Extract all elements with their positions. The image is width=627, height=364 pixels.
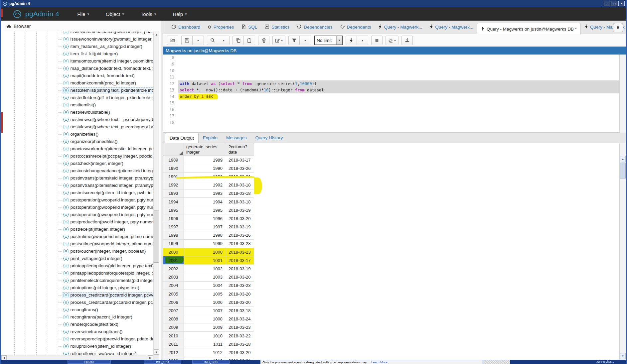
tree-item-function[interactable]: {≡}postproduction(pwoid integer, pqty nu… <box>1 218 153 226</box>
scroll-right-arrow[interactable]: ▶ <box>148 355 153 360</box>
editor-scrollbar[interactable] <box>619 55 626 133</box>
row-number-cell[interactable]: 2004 <box>163 282 184 290</box>
generate-series-cell[interactable]: 1990 <box>184 164 226 173</box>
menu-help[interactable]: Help▾ <box>168 11 191 17</box>
tab-properties[interactable]: ⚙Properties <box>204 20 237 34</box>
tree-item-function[interactable]: {≡}postoperation(pwooperid integer, pqty… <box>1 196 153 204</box>
caret-button[interactable]: ▾ <box>357 36 368 45</box>
generate-series-cell[interactable]: 1007 <box>184 306 226 315</box>
date-cell[interactable]: 2018-03-19 <box>226 223 254 231</box>
generate-series-cell[interactable]: 1994 <box>184 198 226 206</box>
generate-series-cell[interactable]: 1997 <box>184 223 226 231</box>
tab-dependencies[interactable]: Dependencies <box>293 20 336 34</box>
tree-item-function[interactable]: {≡}reverseinvtransnogltrans() <box>1 328 153 335</box>
tree-item-function[interactable]: {≡}printappliedoptionsforquotes(pid inte… <box>1 270 153 277</box>
row-number-cell[interactable]: 2000 <box>163 248 184 256</box>
tree-item-function[interactable]: {≡}itemuomtouom(pitemid integer, puomidf… <box>1 58 153 65</box>
tree-item-function[interactable]: {≡}item_features_as_string(pid integer) <box>1 43 153 50</box>
caret-button[interactable]: ▾ <box>300 36 311 45</box>
row-number-cell[interactable]: 1998 <box>163 231 184 240</box>
generate-series-cell[interactable]: 1008 <box>184 315 226 323</box>
paste-button[interactable] <box>244 36 255 45</box>
tree-item-function[interactable]: {≡}postsutime(pwooperid integer, ptime n… <box>1 240 153 248</box>
menu-file[interactable]: File▾ <box>73 11 94 17</box>
date-cell[interactable]: 2018-03-23 <box>226 248 254 256</box>
row-number-cell[interactable]: 1993 <box>163 189 184 198</box>
tree-item-function[interactable]: {≡}postvoucher(integer, integer, boolean… <box>1 248 153 255</box>
tab-sql[interactable]: SQL <box>237 20 261 34</box>
tree-item-function[interactable]: {≡}nestviewbuildtable() <box>1 109 153 116</box>
row-number-cell[interactable]: 2009 <box>163 323 184 332</box>
caret-button[interactable]: ▾ <box>193 36 204 45</box>
tree-item-function[interactable]: {≡}poactasworkorder(pitemsite_id integer… <box>1 145 153 153</box>
generate-series-cell[interactable]: 1009 <box>184 323 226 332</box>
generate-series-cell[interactable]: 1989 <box>184 156 226 164</box>
minimize-button[interactable]: ─ <box>604 1 610 6</box>
generate-series-cell[interactable]: 1995 <box>184 206 226 214</box>
bolt-dark-button[interactable] <box>346 36 357 45</box>
tab-dependents[interactable]: Dependents <box>336 20 375 34</box>
tree-item-function[interactable]: {≡}nestedfolders(pff_id integer, pxtinde… <box>1 94 153 101</box>
tree-item-function[interactable]: {≡}postreceipt(integer, integer) <box>1 226 153 233</box>
generate-series-cell[interactable]: 1999 <box>184 240 226 248</box>
menu-object[interactable]: Object▾ <box>101 11 129 17</box>
download-button[interactable] <box>401 36 413 45</box>
row-number-cell[interactable]: 1989 <box>163 156 184 164</box>
tree-item-function[interactable]: {≡}postrntime(pwooperid integer, ptime n… <box>1 233 153 240</box>
row-number-cell[interactable]: 2002 <box>163 265 184 273</box>
tree-item-function[interactable]: {≡}postinvtrans(pitemsiteid integer, ptr… <box>1 182 153 189</box>
menu-tools[interactable]: Tools▾ <box>136 11 161 17</box>
row-number-cell[interactable]: 2005 <box>163 290 184 298</box>
sql-editor[interactable]: 89101112with dataset as (select * from g… <box>163 55 626 133</box>
edit-button[interactable]: ▾ <box>272 36 285 45</box>
tree-item-function[interactable]: {≡}nestcitemlist(pstring text, pxtindent… <box>1 87 153 94</box>
row-number-cell[interactable]: 1996 <box>163 214 184 223</box>
tree-item-function[interactable]: {≡}print_voltages(pid integer) <box>1 255 153 262</box>
date-cell[interactable]: 2018-03-26 <box>226 164 254 173</box>
date-cell[interactable]: 2018-03-18 <box>226 181 254 189</box>
tab-dashboard[interactable]: Dashboard <box>168 20 204 34</box>
row-number-cell[interactable]: 2010 <box>163 332 184 340</box>
date-cell[interactable]: 2018-03-20 <box>226 348 254 357</box>
results-tab-query-history[interactable]: Query History <box>251 132 287 143</box>
date-cell[interactable]: 2018-03-18 <box>226 340 254 348</box>
scroll-down-arrow[interactable]: ▼ <box>154 349 159 355</box>
results-tab-messages[interactable]: Messages <box>222 132 251 143</box>
column-header-column[interactable]: ?column?date <box>226 143 254 156</box>
date-cell[interactable]: 2018-03-23 <box>226 282 254 290</box>
date-cell[interactable]: 2018-03-23 <box>226 323 254 332</box>
tree-item-function[interactable]: {≡}postoperation(pwooperid integer, pqty… <box>1 204 153 211</box>
generate-series-cell[interactable]: 1992 <box>184 181 226 189</box>
tree-item-function[interactable]: {≡}nestitemlist() <box>1 101 153 109</box>
generate-series-cell[interactable]: 1005 <box>184 290 226 298</box>
close-window-button[interactable]: ✕ <box>618 1 625 6</box>
folder-open-button[interactable] <box>167 36 178 45</box>
scroll-up-arrow[interactable]: ▲ <box>154 32 159 37</box>
scroll-left-arrow[interactable]: ◀ <box>1 355 7 360</box>
tree-item-function[interactable]: {≡}recongltrans(paccnt_id integer) <box>1 313 153 321</box>
tree-item-function[interactable]: {≡}issuewomaterialbatch(pwoid integer, p… <box>1 32 153 36</box>
caret-button[interactable]: ▾ <box>218 36 230 45</box>
tree-item-function[interactable]: {≡}postoperation(pwooperid integer, pqty… <box>1 211 153 218</box>
generate-series-cell[interactable]: 1998 <box>184 231 226 240</box>
generate-series-cell[interactable]: 1001 <box>184 256 226 265</box>
trash-button[interactable] <box>258 36 269 45</box>
date-cell[interactable]: 2018-03-17 <box>226 156 254 164</box>
tree-item-function[interactable]: {≡}postinvtrans(pitemsiteid integer, ptr… <box>1 175 153 182</box>
select-all-header[interactable] <box>163 143 184 156</box>
tab-query-magwerk-[interactable]: Query - Magwerk... <box>375 20 426 34</box>
column-header-generate-series[interactable]: generate_seriesinteger <box>184 143 226 156</box>
tab-query-magwerks-on-justin-magwe[interactable]: Query - Magwerks on justin@Magwerks DB * <box>477 23 581 34</box>
tree-item-function[interactable]: {≡}postmiscreceipt(pitem_id integer, pwh… <box>1 189 153 196</box>
tree-item-function[interactable]: {≡}printitemelectricalrequirements(pid i… <box>1 277 153 284</box>
date-cell[interactable]: 2018-03-20 <box>226 273 254 282</box>
tree-item-function[interactable]: {≡}rolluprollover(pitem_id integer) <box>1 343 153 350</box>
tree-item-function[interactable]: {≡}printappliedoptions(pid integer, ptyp… <box>1 262 153 270</box>
row-number-cell[interactable]: 1994 <box>163 198 184 206</box>
date-cell[interactable]: 2018-03-18 <box>226 198 254 206</box>
search-button[interactable] <box>207 36 218 45</box>
row-number-cell[interactable]: 2006 <box>163 298 184 306</box>
date-cell[interactable]: 2018-03-17 <box>226 256 254 265</box>
copy-button[interactable] <box>233 36 244 45</box>
learn-more-link[interactable]: Learn More <box>371 360 388 364</box>
